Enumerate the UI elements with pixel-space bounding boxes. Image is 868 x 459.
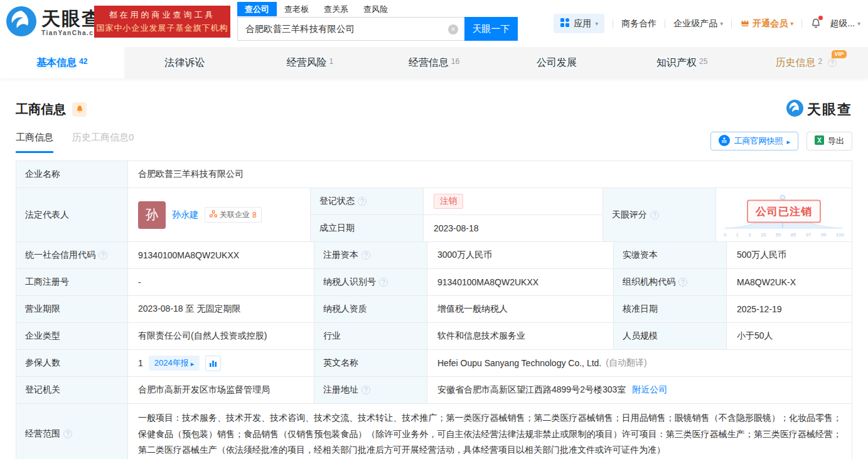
help-icon[interactable] xyxy=(678,278,687,287)
help-icon[interactable] xyxy=(99,251,107,260)
nav-enterprise-products[interactable]: 企业级产品 xyxy=(673,18,723,29)
tab-business-info[interactable]: 经营信息16 xyxy=(372,47,496,78)
related-companies-badge[interactable]: 关联企业 8 xyxy=(205,207,262,223)
stamp-icon xyxy=(719,135,730,148)
table-row: 法定代表人 孙 孙永建 关联企业 xyxy=(16,188,852,242)
tab-basic-info[interactable]: 基本信息42 xyxy=(0,47,124,78)
help-icon[interactable] xyxy=(650,211,659,219)
status-badge: 注销 xyxy=(434,194,463,209)
help-icon[interactable] xyxy=(358,197,367,206)
snapshot-button-label: 工商官网快照 xyxy=(734,135,783,147)
staff-size-label: 人员规模 xyxy=(614,323,727,349)
nav-open-vip[interactable]: 开通会员 xyxy=(740,18,793,29)
tyc-score-label: 天眼评分 xyxy=(603,188,716,241)
tab-operation-risk[interactable]: 经营风险1 xyxy=(248,47,372,78)
site-header: 天眼查 TianYanCha.com 都在用的商业查询工具 国家中小企业发展子基… xyxy=(0,0,868,47)
export-button[interactable]: 导出 xyxy=(806,132,852,150)
divider xyxy=(801,19,802,28)
score-curve: 0131550859799100 公司已注销 xyxy=(722,192,845,238)
apps-label: 应用 xyxy=(574,18,591,29)
search-tab-boss[interactable]: 查老板 xyxy=(277,2,316,16)
taxpayer-quality-label: 纳税人资质 xyxy=(314,296,427,322)
table-row: 登记机关 合肥市高新开发区市场监督管理局 注册地址 安徽省合肥市高新区望江西路4… xyxy=(16,377,852,404)
notification-bell-icon[interactable] xyxy=(810,18,822,29)
user-menu-label: 超级... xyxy=(830,18,855,29)
search-type-tabs: 查公司 查老板 查关系 查风险 xyxy=(237,2,518,16)
taxpayer-quality-value: 增值税一般纳税人 xyxy=(427,296,614,322)
help-icon[interactable] xyxy=(379,278,388,287)
help-icon[interactable] xyxy=(362,251,370,260)
company-type-label: 企业类型 xyxy=(16,323,128,349)
subscribe-bell-icon[interactable] xyxy=(72,102,87,117)
apps-menu[interactable]: 应用 xyxy=(554,14,604,33)
divider xyxy=(731,19,732,28)
legal-rep-label: 法定代表人 xyxy=(16,188,128,241)
table-row: 参保人数 1 2024年报 英文名称 xyxy=(16,350,852,377)
tab-intellectual-property[interactable]: 知识产权25 xyxy=(620,47,744,78)
chevron-down-icon xyxy=(595,20,598,27)
related-companies-count: 8 xyxy=(252,211,257,219)
tianyancha-logo[interactable]: 天眼查 TianYanCha.com xyxy=(6,6,105,39)
business-term-value: 2023-08-18 至 无固定期限 xyxy=(128,296,314,322)
search-tab-company[interactable]: 查公司 xyxy=(237,2,277,16)
tianyancha-watermark: 天眼查 xyxy=(786,100,852,119)
table-row: 营业期限 2023-08-18 至 无固定期限 纳税人资质 增值税一般纳税人 核… xyxy=(16,296,852,323)
auto-translate-note: (自动翻译) xyxy=(606,357,646,369)
legal-rep-name-link[interactable]: 孙永建 xyxy=(172,209,198,221)
promo-banner: 都在用的商业查询工具 国家中小企业发展子基金旗下机构 xyxy=(94,6,230,38)
tab-company-development[interactable]: 公司发展 xyxy=(496,47,620,78)
promo-line1: 都在用的商业查询工具 xyxy=(109,9,216,21)
export-button-label: 导出 xyxy=(828,135,844,147)
reg-number-label: 工商注册号 xyxy=(16,269,128,295)
tab-legal-proceedings[interactable]: 法律诉讼 xyxy=(124,47,249,78)
search-tab-risk[interactable]: 查风险 xyxy=(356,2,395,16)
establish-date-label: 成立日期 xyxy=(311,215,424,241)
taxpayer-id-value: 91340100MA8QW2UKXX xyxy=(427,269,614,295)
annual-report-label: 2024年报 xyxy=(154,357,189,369)
nav-cooperation[interactable]: 商务合作 xyxy=(621,18,656,29)
reg-status-value: 注销 xyxy=(424,188,603,214)
reg-status-label: 登记状态 xyxy=(311,188,424,214)
apps-grid-icon xyxy=(560,18,570,29)
search-tab-relation[interactable]: 查关系 xyxy=(316,2,356,16)
legal-rep-value: 孙 孙永建 关联企业 8 xyxy=(128,188,311,241)
arrow-right-icon xyxy=(786,137,790,146)
table-row: 企业类型 有限责任公司(自然人投资或控股) 行业 软件和信息技术服务业 人员规模… xyxy=(16,323,852,350)
help-icon[interactable] xyxy=(828,58,837,67)
search-input[interactable] xyxy=(238,18,464,40)
official-snapshot-button[interactable]: 工商官网快照 xyxy=(710,132,798,150)
notification-dot xyxy=(818,16,823,20)
annual-report-badge[interactable]: 2024年报 xyxy=(149,356,200,371)
tab-history-info[interactable]: VIP 历史信息2 xyxy=(744,47,868,78)
nav-enterprise-label: 企业级产品 xyxy=(673,18,717,29)
help-icon[interactable] xyxy=(362,386,370,394)
vip-badge: VIP xyxy=(832,50,847,58)
divider xyxy=(665,19,665,28)
paid-capital-label: 实缴资本 xyxy=(614,242,727,268)
arrow-right-icon xyxy=(191,359,195,368)
reg-address-label: 注册地址 xyxy=(314,377,427,403)
registration-subtabs: 工商信息 历史工商信息0 xyxy=(16,132,134,153)
subtab-business-registration[interactable]: 工商信息 xyxy=(16,132,53,153)
excel-icon xyxy=(815,135,824,147)
table-row: 经营范围 一般项目：技术服务、技术开发、技术咨询、技术交流、技术转让、技术推广；… xyxy=(16,404,852,459)
user-menu[interactable]: 超级... xyxy=(830,18,860,29)
help-icon[interactable] xyxy=(63,430,72,438)
approval-date-label: 核准日期 xyxy=(614,296,727,322)
establish-date-value: 2023-08-18 xyxy=(424,215,603,241)
company-type-value: 有限责任公司(自然人投资或控股) xyxy=(128,323,314,349)
reg-authority-label: 登记机关 xyxy=(16,377,128,403)
reg-capital-value: 3000万人民币 xyxy=(427,242,614,268)
company-name-label: 企业名称 xyxy=(16,161,128,187)
trend-chart-icon[interactable] xyxy=(205,356,221,371)
deregistered-stamp: 公司已注销 xyxy=(747,199,821,223)
promo-line2: 国家中小企业发展子基金旗下机构 xyxy=(97,23,228,34)
insured-count-value: 1 2024年报 xyxy=(128,350,314,376)
search-button[interactable]: 天眼一下 xyxy=(464,17,518,41)
nearby-companies-link[interactable]: 附近公司 xyxy=(632,384,667,396)
reg-number-value: - xyxy=(128,269,314,295)
clear-icon[interactable] xyxy=(448,24,458,34)
subtab-history-registration[interactable]: 历史工商信息0 xyxy=(72,132,134,153)
main-content: 工商信息 天眼查 工商信息 xyxy=(0,100,868,459)
avatar[interactable]: 孙 xyxy=(138,201,166,229)
